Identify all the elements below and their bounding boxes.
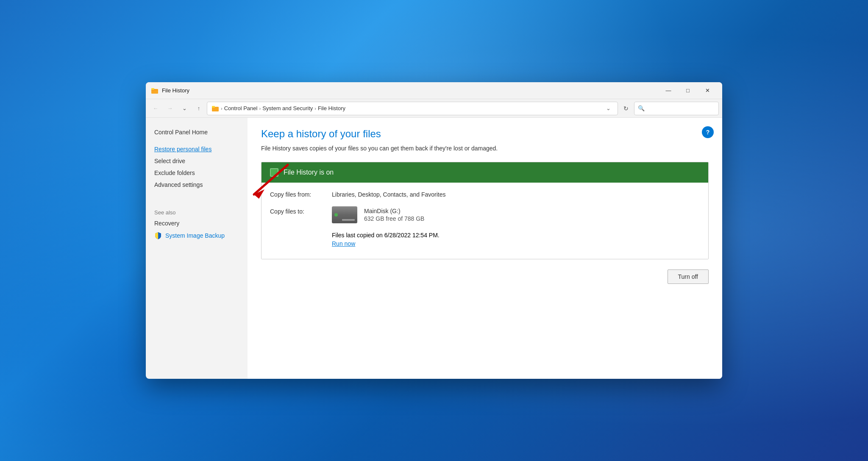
copy-to-label: Copy files to:	[270, 206, 325, 215]
status-indicator	[270, 168, 278, 177]
drive-icon	[332, 206, 357, 223]
sidebar-item-system-image-backup[interactable]: System Image Backup	[153, 229, 241, 242]
path-separator-1: ›	[221, 106, 223, 111]
copy-to-row: Copy files to: MainDisk (G:) 632 GB free…	[270, 206, 700, 223]
action-row: Turn off	[261, 269, 709, 284]
sidebar-item-advanced-settings[interactable]: Advanced settings	[153, 179, 241, 191]
refresh-button[interactable]: ↻	[620, 102, 632, 115]
app-icon	[151, 87, 159, 94]
window-title: File History	[162, 87, 659, 94]
drive-details: MainDisk (G:) 632 GB free of 788 GB	[364, 208, 424, 222]
minimize-button[interactable]: —	[659, 84, 678, 97]
sidebar: Control Panel Home Restore personal file…	[146, 118, 248, 379]
last-copied-info: Files last copied on 6/28/2022 12:54 PM.…	[332, 232, 440, 247]
window-controls: — □ ✕	[659, 84, 717, 97]
run-now-link[interactable]: Run now	[332, 240, 440, 247]
last-copied-text: Files last copied on 6/28/2022 12:54 PM.	[332, 232, 440, 239]
file-history-window: File History — □ ✕ ← → ⌄ ↑ › Control Pan…	[146, 82, 722, 379]
address-bar: ← → ⌄ ↑ › Control Panel › System and Sec…	[146, 99, 722, 118]
address-path[interactable]: › Control Panel › System and Security › …	[207, 102, 618, 115]
maximize-button[interactable]: □	[678, 84, 698, 97]
page-title: Keep a history of your files	[261, 128, 709, 140]
path-part2: System and Security	[262, 105, 313, 111]
up-button[interactable]: ↑	[192, 102, 205, 115]
forward-button[interactable]: →	[164, 102, 176, 115]
path-dropdown-button[interactable]: ⌄	[603, 103, 613, 114]
back-button[interactable]: ←	[149, 102, 162, 115]
path-icon	[211, 105, 219, 112]
path-separator-2: ›	[259, 106, 261, 111]
svg-rect-2	[154, 89, 155, 89]
sidebar-item-home[interactable]: Control Panel Home	[153, 126, 241, 138]
status-box: File History is on Copy files from: Libr…	[261, 162, 709, 259]
copy-from-label: Copy files from:	[270, 191, 325, 198]
copy-from-value: Libraries, Desktop, Contacts, and Favori…	[332, 191, 445, 198]
see-also-label: See also	[153, 208, 241, 217]
path-part3: File History	[318, 105, 345, 111]
path-separator-3: ›	[314, 106, 316, 111]
search-icon: 🔍	[638, 105, 645, 111]
sidebar-item-exclude-folders[interactable]: Exclude folders	[153, 167, 241, 179]
recent-locations-button[interactable]: ⌄	[178, 102, 191, 115]
drive-space: 632 GB free of 788 GB	[364, 215, 424, 222]
title-bar: File History — □ ✕	[146, 82, 722, 99]
help-button[interactable]: ?	[702, 126, 714, 138]
sidebar-item-restore[interactable]: Restore personal files	[153, 143, 241, 155]
svg-rect-1	[151, 88, 154, 90]
svg-rect-4	[212, 106, 215, 108]
status-header: File History is on	[262, 162, 708, 183]
last-copied-row: Files last copied on 6/28/2022 12:54 PM.…	[270, 232, 700, 247]
status-title: File History is on	[284, 169, 334, 176]
drive-name: MainDisk (G:)	[364, 208, 424, 214]
turn-off-button[interactable]: Turn off	[668, 269, 709, 284]
page-subtitle: File History saves copies of your files …	[261, 145, 709, 152]
path-part1: Control Panel	[224, 105, 258, 111]
last-copied-spacer	[270, 232, 325, 247]
close-button[interactable]: ✕	[698, 84, 717, 97]
shield-icon	[154, 232, 162, 239]
status-body: Copy files from: Libraries, Desktop, Con…	[262, 183, 708, 259]
sidebar-item-recovery[interactable]: Recovery	[153, 217, 241, 229]
search-box[interactable]: 🔍	[634, 102, 719, 115]
content-area: Control Panel Home Restore personal file…	[146, 118, 722, 379]
system-image-backup-label: System Image Backup	[165, 232, 225, 239]
drive-info: MainDisk (G:) 632 GB free of 788 GB	[332, 206, 424, 223]
copy-from-row: Copy files from: Libraries, Desktop, Con…	[270, 191, 700, 198]
main-panel: Keep a history of your files File Histor…	[248, 118, 722, 379]
sidebar-item-select-drive[interactable]: Select drive	[153, 155, 241, 167]
